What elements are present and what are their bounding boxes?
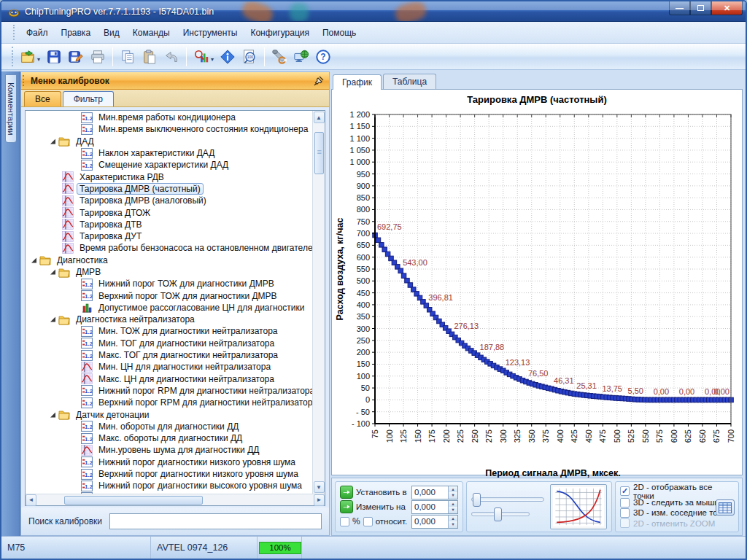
smoothing-slider[interactable] bbox=[471, 512, 530, 516]
tree-item[interactable]: 1.2Макс. ТОГ для диагностики нейтрализат… bbox=[26, 349, 312, 361]
apply-change-button[interactable] bbox=[340, 500, 353, 513]
tree-item[interactable]: 1.2Мин. обороты для диагностики ДД bbox=[26, 421, 312, 432]
tree-item[interactable]: Тарировка ДМРВ (аналоговый) bbox=[26, 195, 312, 206]
apply-set-button[interactable] bbox=[340, 486, 353, 499]
svg-text:250: 250 bbox=[471, 429, 479, 443]
tree-item[interactable]: Характеристика РДВ bbox=[26, 171, 312, 182]
tree-folder[interactable]: ДАД bbox=[26, 136, 312, 147]
change-value-spinner[interactable]: 0,000 ▲▼ bbox=[411, 500, 458, 514]
paste-button[interactable] bbox=[139, 46, 160, 68]
tab-filter[interactable]: Фильтр bbox=[63, 91, 114, 106]
tree-item[interactable]: Тарировка ДТВ bbox=[26, 219, 312, 230]
tree-item[interactable]: 1.2Верхний порог ТОЖ для диагностики ДМР… bbox=[26, 289, 312, 301]
display-option-checkbox[interactable]: ✓ bbox=[620, 486, 630, 496]
set-value-spinner[interactable]: 0,000 ▲▼ bbox=[411, 486, 458, 499]
undo-button[interactable] bbox=[160, 46, 182, 68]
scroll-left-button[interactable]: ◄ bbox=[26, 494, 36, 506]
tree-item[interactable]: Тарировка ДУТ bbox=[26, 230, 312, 242]
help-button[interactable]: ? bbox=[312, 46, 334, 68]
menu-item-6[interactable]: Конфигурация bbox=[244, 26, 316, 40]
tree-item[interactable]: 1.2Верхний порог RPM для диагностики ней… bbox=[26, 397, 312, 408]
curve-preview-button[interactable] bbox=[550, 484, 607, 529]
tree-item[interactable]: Время работы бензонасоса на остановленно… bbox=[26, 242, 312, 254]
menu-item-7[interactable]: Помощь bbox=[316, 26, 363, 40]
info-button[interactable] bbox=[217, 46, 239, 68]
menu-item-3[interactable]: Вид bbox=[97, 26, 126, 40]
folder-icon bbox=[58, 136, 70, 147]
tree-vertical-scrollbar[interactable]: ▲ ▼ bbox=[312, 111, 325, 494]
set-to-label: Установить в bbox=[356, 488, 409, 497]
tree-item[interactable]: 1.2Мин.время работы кондиционера bbox=[26, 112, 312, 123]
tree-item[interactable]: Тарировка ДМРВ (частотный) bbox=[26, 183, 312, 195]
tree-item[interactable]: 1.2Мин.время выключенного состояния конд… bbox=[26, 123, 312, 135]
svg-text:0,00: 0,00 bbox=[679, 387, 694, 396]
scroll-up-button[interactable]: ▲ bbox=[314, 112, 325, 123]
parameter-icon: 1.2 bbox=[81, 160, 93, 171]
percent-checkbox[interactable] bbox=[340, 517, 349, 526]
display-option-checkbox[interactable] bbox=[620, 508, 630, 518]
tree-item[interactable]: 1.2Смещение характеристики ДАД bbox=[26, 159, 312, 171]
tree-item[interactable]: Допустимое рассогласование ЦН для диагно… bbox=[26, 302, 312, 314]
tree-item[interactable]: 1.2Верхний порог диагностики низкого уро… bbox=[26, 468, 312, 480]
tree-item[interactable]: 1.2Нижний порог RPM для диагностики нейт… bbox=[26, 385, 312, 397]
tree-item[interactable]: Тарировка ДТОЖ bbox=[26, 206, 312, 218]
vertical-scroll-thumb[interactable] bbox=[314, 132, 324, 174]
pin-icon[interactable] bbox=[313, 75, 325, 87]
dropdown-caret-icon[interactable]: ▾ bbox=[211, 56, 214, 63]
tree-item[interactable]: Мин.уровень шума для диагностики ДД bbox=[26, 444, 312, 456]
grid-table-button[interactable] bbox=[716, 499, 735, 516]
calibration-search-input[interactable] bbox=[109, 513, 322, 529]
expanded-arrow-icon bbox=[30, 257, 38, 264]
menu-item-4[interactable]: Команды bbox=[126, 26, 177, 40]
tree-item[interactable]: 1.2Макс. обороты для диагностики ДД bbox=[26, 432, 312, 444]
tree-folder[interactable]: ДМРВ bbox=[26, 266, 312, 278]
scroll-down-button[interactable]: ▼ bbox=[314, 481, 325, 493]
tree-item[interactable]: Макс. ЦН для диагностики нейтрализатора bbox=[26, 373, 312, 385]
menu-item-1[interactable]: Файл bbox=[20, 26, 55, 40]
tree-folder[interactable]: Диагностика bbox=[26, 254, 312, 266]
tools-button[interactable] bbox=[268, 46, 290, 68]
scroll-right-button[interactable]: ► bbox=[314, 494, 325, 506]
display-option-checkbox[interactable] bbox=[620, 498, 630, 508]
tree-item[interactable]: 1.2Нижний порог ТОЖ для диагностики ДМРВ bbox=[26, 278, 312, 289]
chart-view-button[interactable] bbox=[190, 46, 212, 68]
tree-folder[interactable]: Диагностика нейтрализатора bbox=[26, 314, 312, 325]
print-button[interactable] bbox=[87, 46, 109, 68]
curve-icon bbox=[62, 183, 74, 194]
tree-item[interactable]: 1.2Наклон характеристики ДАД bbox=[26, 147, 312, 159]
relative-value-spinner[interactable]: 0,000 ▲▼ bbox=[411, 515, 458, 529]
tab-graph[interactable]: График bbox=[333, 74, 382, 90]
dropdown-caret-icon[interactable]: ▾ bbox=[37, 56, 40, 63]
tree-item[interactable]: 1.2Нижний порог диагностики низкого уров… bbox=[26, 456, 312, 468]
close-button[interactable]: ✕ bbox=[711, 1, 743, 15]
network-button[interactable] bbox=[290, 46, 312, 68]
tree-horizontal-scrollbar[interactable]: ◄ ► bbox=[26, 494, 325, 505]
tree-item[interactable]: 1.2Мин. ТОГ для диагностики нейтрализато… bbox=[26, 338, 312, 349]
tab-all[interactable]: Все bbox=[24, 91, 61, 106]
comments-tab[interactable]: Комментарии bbox=[5, 74, 17, 143]
menu-item-5[interactable]: Инструменты bbox=[177, 26, 244, 40]
spin-up-icon: ▲ bbox=[449, 516, 457, 522]
menu-item-2[interactable]: Правка bbox=[55, 26, 98, 40]
tab-table[interactable]: Таблица bbox=[383, 74, 436, 89]
svg-text:125: 125 bbox=[399, 429, 408, 443]
display-option-row: ✓2D - отображать все точки bbox=[620, 485, 734, 497]
zoom-preview-button[interactable]: 100 bbox=[239, 46, 260, 68]
relative-checkbox[interactable] bbox=[363, 517, 373, 526]
point-size-slider[interactable] bbox=[471, 497, 544, 502]
minimize-button[interactable]: — bbox=[669, 1, 690, 15]
maximize-button[interactable] bbox=[690, 1, 711, 15]
calibration-chart[interactable]: 692,75543,00396,81276,13187,88123,1376,5… bbox=[333, 109, 741, 482]
tree-item[interactable]: 1.2Мин. ТОЖ для диагностики нейтрализато… bbox=[26, 325, 312, 337]
open-button[interactable] bbox=[17, 46, 39, 68]
save-button[interactable] bbox=[43, 46, 65, 68]
horizontal-scroll-thumb[interactable] bbox=[64, 496, 203, 505]
svg-text:0: 0 bbox=[365, 395, 370, 404]
save-as-button[interactable] bbox=[65, 46, 87, 68]
svg-text:1.2: 1.2 bbox=[85, 163, 93, 169]
tree-item[interactable]: 1.2Нижний порог диагностики высокого уро… bbox=[26, 480, 312, 491]
tree-item[interactable]: Мин. ЦН для диагностики нейтрализатора bbox=[26, 361, 312, 373]
display-option-checkbox[interactable] bbox=[620, 518, 630, 528]
copy-button[interactable] bbox=[117, 46, 139, 68]
tree-folder[interactable]: Датчик детонации bbox=[26, 408, 312, 420]
